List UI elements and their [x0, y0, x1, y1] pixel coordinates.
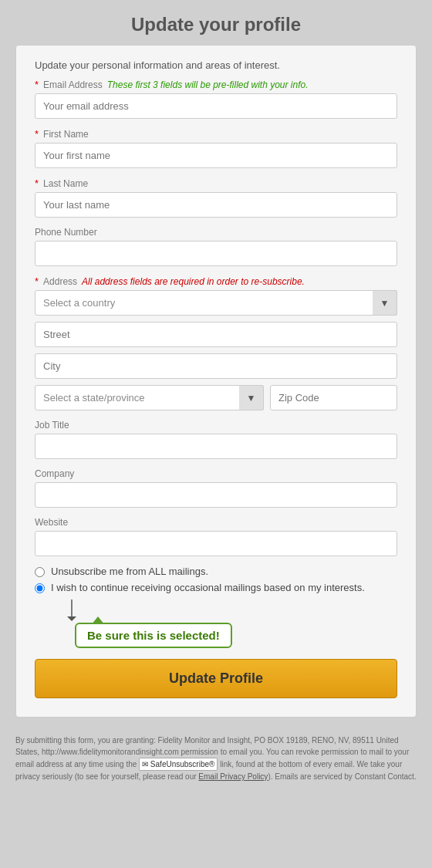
zip-input[interactable]: [270, 385, 397, 410]
email-required-star: *: [35, 79, 39, 90]
zip-wrapper: [270, 385, 397, 410]
unsubscribe-radio[interactable]: [35, 567, 45, 577]
job-title-field-group: Job Title: [35, 420, 397, 459]
company-field-group: Company: [35, 468, 397, 508]
address-required-star: *: [35, 275, 39, 287]
last-name-label: * Last Name: [35, 177, 397, 189]
street-input[interactable]: [35, 322, 397, 347]
footer-text: By submitting this form, you are grantin…: [15, 728, 417, 798]
unsubscribe-label: Unsubscribe me from ALL mailings.: [51, 566, 208, 577]
prefill-note: These first 3 fields will be pre-filled …: [107, 79, 309, 90]
country-select-wrapper: Select a country United States Canada Un…: [35, 290, 397, 316]
continue-radio[interactable]: [35, 583, 45, 593]
phone-field-group: Phone Number: [35, 227, 397, 266]
address-label: * Address All address fields are require…: [35, 275, 397, 287]
callout-bubble: Be sure this is selected!: [75, 623, 232, 648]
first-name-required-star: *: [35, 128, 39, 140]
profile-form-container: Update your personal information and are…: [15, 45, 417, 718]
phone-input[interactable]: [35, 241, 397, 266]
continue-label: I wish to continue receiving occasional …: [51, 582, 365, 593]
country-select[interactable]: Select a country United States Canada Un…: [35, 290, 397, 316]
callout-container: Be sure this is selected!: [53, 598, 397, 648]
city-input[interactable]: [35, 353, 397, 379]
first-name-field-group: * First Name: [35, 128, 397, 168]
email-input[interactable]: [35, 93, 397, 119]
privacy-policy-link[interactable]: Email Privacy Policy: [198, 772, 268, 781]
email-label: * Email Address These first 3 fields wil…: [35, 79, 397, 90]
job-title-input[interactable]: [35, 434, 397, 459]
state-zip-row: Select a state/province Alabama Alaska A…: [35, 385, 397, 410]
first-name-label: * First Name: [35, 128, 397, 140]
website-input[interactable]: [35, 531, 397, 556]
address-field-group: * Address All address fields are require…: [35, 275, 397, 410]
safe-unsubscribe-badge: ✉ SafeUnsubscribe®: [139, 758, 218, 771]
update-profile-button[interactable]: Update Profile: [35, 659, 397, 698]
company-input[interactable]: [35, 482, 397, 508]
last-name-field-group: * Last Name: [35, 177, 397, 218]
address-note: All address fields are required in order…: [82, 276, 305, 287]
page-title: Update your profile: [0, 0, 432, 45]
state-select[interactable]: Select a state/province Alabama Alaska A…: [35, 385, 264, 410]
website-field-group: Website: [35, 517, 397, 556]
phone-label: Phone Number: [35, 227, 397, 238]
form-subtitle: Update your personal information and are…: [35, 59, 397, 71]
last-name-input[interactable]: [35, 192, 397, 218]
job-title-label: Job Title: [35, 420, 397, 431]
state-select-wrapper: Select a state/province Alabama Alaska A…: [35, 385, 264, 410]
unsubscribe-radio-item: Unsubscribe me from ALL mailings.: [35, 566, 397, 577]
website-label: Website: [35, 517, 397, 528]
svg-marker-1: [67, 616, 76, 621]
last-name-required-star: *: [35, 177, 39, 189]
continue-radio-item: I wish to continue receiving occasional …: [35, 582, 397, 593]
company-label: Company: [35, 468, 397, 479]
mailing-preference-group: Unsubscribe me from ALL mailings. I wish…: [35, 566, 397, 648]
first-name-input[interactable]: [35, 143, 397, 168]
email-field-group: * Email Address These first 3 fields wil…: [35, 79, 397, 119]
